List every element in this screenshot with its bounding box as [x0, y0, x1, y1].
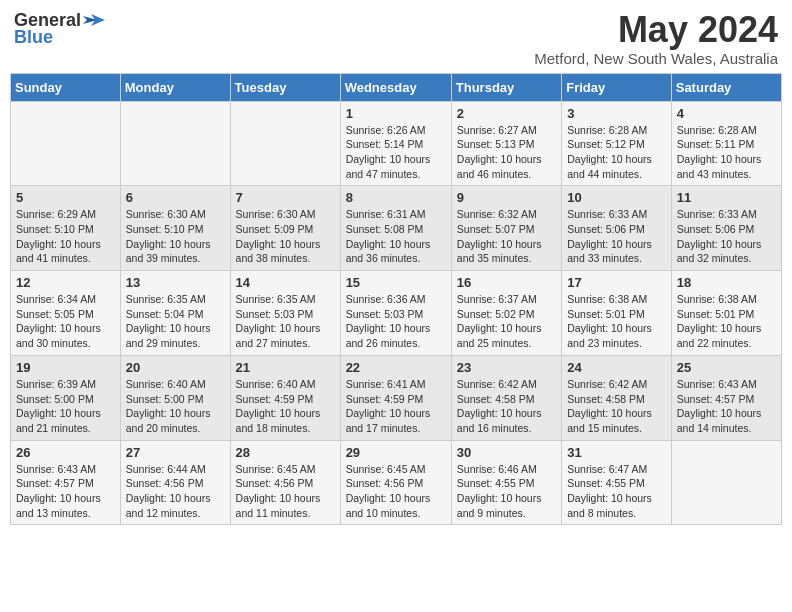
day-info: Sunrise: 6:41 AM Sunset: 4:59 PM Dayligh…: [346, 377, 446, 436]
day-info: Sunrise: 6:40 AM Sunset: 4:59 PM Dayligh…: [236, 377, 335, 436]
day-info: Sunrise: 6:42 AM Sunset: 4:58 PM Dayligh…: [567, 377, 666, 436]
day-number: 16: [457, 275, 556, 290]
table-row: 20Sunrise: 6:40 AM Sunset: 5:00 PM Dayli…: [120, 355, 230, 440]
logo-bird-icon: [83, 12, 105, 30]
table-row: 26Sunrise: 6:43 AM Sunset: 4:57 PM Dayli…: [11, 440, 121, 525]
day-info: Sunrise: 6:44 AM Sunset: 4:56 PM Dayligh…: [126, 462, 225, 521]
day-number: 27: [126, 445, 225, 460]
table-row: 4Sunrise: 6:28 AM Sunset: 5:11 PM Daylig…: [671, 101, 781, 186]
title-block: May 2024 Metford, New South Wales, Austr…: [534, 10, 778, 67]
day-info: Sunrise: 6:33 AM Sunset: 5:06 PM Dayligh…: [567, 207, 666, 266]
table-row: 7Sunrise: 6:30 AM Sunset: 5:09 PM Daylig…: [230, 186, 340, 271]
col-thursday: Thursday: [451, 73, 561, 101]
day-info: Sunrise: 6:29 AM Sunset: 5:10 PM Dayligh…: [16, 207, 115, 266]
day-info: Sunrise: 6:47 AM Sunset: 4:55 PM Dayligh…: [567, 462, 666, 521]
table-row: 8Sunrise: 6:31 AM Sunset: 5:08 PM Daylig…: [340, 186, 451, 271]
table-row: 29Sunrise: 6:45 AM Sunset: 4:56 PM Dayli…: [340, 440, 451, 525]
day-number: 22: [346, 360, 446, 375]
day-info: Sunrise: 6:42 AM Sunset: 4:58 PM Dayligh…: [457, 377, 556, 436]
day-number: 19: [16, 360, 115, 375]
table-row: [120, 101, 230, 186]
day-number: 9: [457, 190, 556, 205]
col-sunday: Sunday: [11, 73, 121, 101]
day-number: 11: [677, 190, 776, 205]
day-number: 7: [236, 190, 335, 205]
day-info: Sunrise: 6:40 AM Sunset: 5:00 PM Dayligh…: [126, 377, 225, 436]
day-info: Sunrise: 6:39 AM Sunset: 5:00 PM Dayligh…: [16, 377, 115, 436]
day-info: Sunrise: 6:26 AM Sunset: 5:14 PM Dayligh…: [346, 123, 446, 182]
day-info: Sunrise: 6:34 AM Sunset: 5:05 PM Dayligh…: [16, 292, 115, 351]
table-row: 28Sunrise: 6:45 AM Sunset: 4:56 PM Dayli…: [230, 440, 340, 525]
day-number: 18: [677, 275, 776, 290]
day-number: 23: [457, 360, 556, 375]
table-row: 23Sunrise: 6:42 AM Sunset: 4:58 PM Dayli…: [451, 355, 561, 440]
page-header: General Blue May 2024 Metford, New South…: [10, 10, 782, 67]
table-row: [671, 440, 781, 525]
table-row: 12Sunrise: 6:34 AM Sunset: 5:05 PM Dayli…: [11, 271, 121, 356]
logo: General Blue: [14, 10, 105, 48]
table-row: 31Sunrise: 6:47 AM Sunset: 4:55 PM Dayli…: [562, 440, 672, 525]
day-info: Sunrise: 6:27 AM Sunset: 5:13 PM Dayligh…: [457, 123, 556, 182]
day-number: 14: [236, 275, 335, 290]
day-info: Sunrise: 6:35 AM Sunset: 5:03 PM Dayligh…: [236, 292, 335, 351]
day-number: 28: [236, 445, 335, 460]
table-row: 22Sunrise: 6:41 AM Sunset: 4:59 PM Dayli…: [340, 355, 451, 440]
table-row: 16Sunrise: 6:37 AM Sunset: 5:02 PM Dayli…: [451, 271, 561, 356]
day-info: Sunrise: 6:31 AM Sunset: 5:08 PM Dayligh…: [346, 207, 446, 266]
col-monday: Monday: [120, 73, 230, 101]
day-info: Sunrise: 6:43 AM Sunset: 4:57 PM Dayligh…: [16, 462, 115, 521]
day-number: 30: [457, 445, 556, 460]
day-number: 13: [126, 275, 225, 290]
day-number: 5: [16, 190, 115, 205]
day-info: Sunrise: 6:33 AM Sunset: 5:06 PM Dayligh…: [677, 207, 776, 266]
day-number: 12: [16, 275, 115, 290]
table-row: 19Sunrise: 6:39 AM Sunset: 5:00 PM Dayli…: [11, 355, 121, 440]
calendar-week-row: 5Sunrise: 6:29 AM Sunset: 5:10 PM Daylig…: [11, 186, 782, 271]
day-info: Sunrise: 6:30 AM Sunset: 5:09 PM Dayligh…: [236, 207, 335, 266]
table-row: 27Sunrise: 6:44 AM Sunset: 4:56 PM Dayli…: [120, 440, 230, 525]
table-row: [11, 101, 121, 186]
table-row: 25Sunrise: 6:43 AM Sunset: 4:57 PM Dayli…: [671, 355, 781, 440]
day-info: Sunrise: 6:35 AM Sunset: 5:04 PM Dayligh…: [126, 292, 225, 351]
day-info: Sunrise: 6:32 AM Sunset: 5:07 PM Dayligh…: [457, 207, 556, 266]
table-row: 10Sunrise: 6:33 AM Sunset: 5:06 PM Dayli…: [562, 186, 672, 271]
table-row: 1Sunrise: 6:26 AM Sunset: 5:14 PM Daylig…: [340, 101, 451, 186]
calendar-week-row: 19Sunrise: 6:39 AM Sunset: 5:00 PM Dayli…: [11, 355, 782, 440]
day-number: 2: [457, 106, 556, 121]
day-number: 21: [236, 360, 335, 375]
col-tuesday: Tuesday: [230, 73, 340, 101]
calendar-header-row: Sunday Monday Tuesday Wednesday Thursday…: [11, 73, 782, 101]
day-number: 10: [567, 190, 666, 205]
day-number: 17: [567, 275, 666, 290]
day-number: 25: [677, 360, 776, 375]
day-info: Sunrise: 6:30 AM Sunset: 5:10 PM Dayligh…: [126, 207, 225, 266]
day-number: 15: [346, 275, 446, 290]
day-number: 29: [346, 445, 446, 460]
day-info: Sunrise: 6:46 AM Sunset: 4:55 PM Dayligh…: [457, 462, 556, 521]
day-info: Sunrise: 6:45 AM Sunset: 4:56 PM Dayligh…: [236, 462, 335, 521]
day-number: 20: [126, 360, 225, 375]
col-friday: Friday: [562, 73, 672, 101]
day-number: 4: [677, 106, 776, 121]
col-wednesday: Wednesday: [340, 73, 451, 101]
calendar-subtitle: Metford, New South Wales, Australia: [534, 50, 778, 67]
calendar-week-row: 1Sunrise: 6:26 AM Sunset: 5:14 PM Daylig…: [11, 101, 782, 186]
table-row: 13Sunrise: 6:35 AM Sunset: 5:04 PM Dayli…: [120, 271, 230, 356]
table-row: 24Sunrise: 6:42 AM Sunset: 4:58 PM Dayli…: [562, 355, 672, 440]
day-number: 6: [126, 190, 225, 205]
day-number: 24: [567, 360, 666, 375]
table-row: 30Sunrise: 6:46 AM Sunset: 4:55 PM Dayli…: [451, 440, 561, 525]
day-number: 8: [346, 190, 446, 205]
day-info: Sunrise: 6:28 AM Sunset: 5:12 PM Dayligh…: [567, 123, 666, 182]
day-number: 31: [567, 445, 666, 460]
day-info: Sunrise: 6:38 AM Sunset: 5:01 PM Dayligh…: [567, 292, 666, 351]
table-row: 5Sunrise: 6:29 AM Sunset: 5:10 PM Daylig…: [11, 186, 121, 271]
day-number: 1: [346, 106, 446, 121]
day-info: Sunrise: 6:37 AM Sunset: 5:02 PM Dayligh…: [457, 292, 556, 351]
table-row: 14Sunrise: 6:35 AM Sunset: 5:03 PM Dayli…: [230, 271, 340, 356]
day-number: 26: [16, 445, 115, 460]
day-info: Sunrise: 6:45 AM Sunset: 4:56 PM Dayligh…: [346, 462, 446, 521]
table-row: 17Sunrise: 6:38 AM Sunset: 5:01 PM Dayli…: [562, 271, 672, 356]
calendar-title: May 2024: [534, 10, 778, 50]
logo-blue-text: Blue: [14, 27, 53, 48]
